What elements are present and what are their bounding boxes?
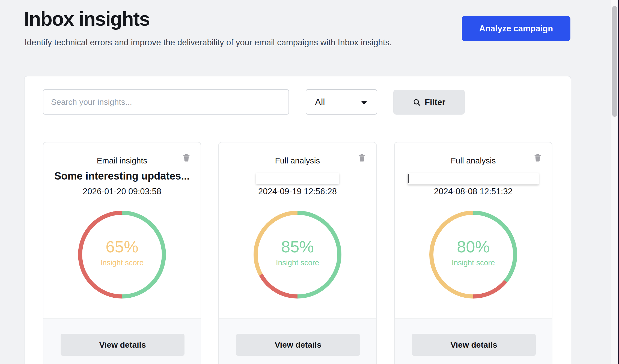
- filter-button[interactable]: Filter: [393, 90, 465, 115]
- analyze-campaign-button[interactable]: Analyze campaign: [462, 16, 570, 41]
- insight-score-value: 80%: [457, 237, 490, 256]
- filter-button-label: Filter: [425, 97, 445, 107]
- text-cursor: [408, 174, 409, 183]
- card-type-label: Email insights: [43, 156, 201, 165]
- trash-icon[interactable]: [358, 153, 366, 162]
- insight-score-donut: 85% Insight score: [254, 211, 341, 299]
- card-timestamp: 2026-01-20 09:03:58: [43, 187, 201, 196]
- card-footer: View details: [219, 318, 376, 364]
- insight-score-donut: 65% Insight score: [78, 211, 166, 299]
- card-title: Some interesting updates...: [43, 170, 201, 182]
- insight-score-value: 65%: [106, 237, 138, 256]
- insight-card: Full analysis 2024-08-08 12:51:32 80% In…: [394, 142, 552, 364]
- insight-score-label: Insight score: [452, 258, 495, 267]
- scrollbar[interactable]: [611, 0, 618, 364]
- insights-panel: All Filter Email insights Some interesti…: [24, 76, 571, 364]
- page-subtitle: Identify technical errors and improve th…: [25, 38, 392, 47]
- card-title-input[interactable]: [408, 173, 539, 184]
- search-input[interactable]: [43, 89, 289, 115]
- card-type-label: Full analysis: [219, 156, 376, 165]
- view-details-button[interactable]: View details: [236, 334, 360, 356]
- card-footer: View details: [43, 318, 201, 364]
- card-type-label: Full analysis: [395, 156, 552, 165]
- insight-card: Full analysis 2024-09-19 12:56:28 85% In…: [218, 142, 377, 364]
- search-icon: [413, 98, 421, 106]
- insights-toolbar: All Filter: [25, 76, 571, 128]
- scrollbar-thumb[interactable]: [612, 6, 617, 117]
- insight-score-value: 85%: [281, 237, 314, 256]
- view-details-button[interactable]: View details: [412, 334, 536, 356]
- card-timestamp: 2024-09-19 12:56:28: [219, 187, 376, 196]
- insight-score-label: Insight score: [276, 258, 319, 267]
- insight-card: Email insights Some interesting updates.…: [43, 142, 201, 364]
- insight-score-label: Insight score: [100, 258, 144, 267]
- page-title: Inbox insights: [24, 8, 150, 30]
- trash-icon[interactable]: [533, 153, 542, 162]
- card-title-input[interactable]: [256, 173, 339, 184]
- insight-score-donut: 80% Insight score: [429, 211, 517, 299]
- filter-dropdown[interactable]: All: [306, 89, 377, 115]
- filter-dropdown-value: All: [306, 97, 325, 107]
- card-timestamp: 2024-08-08 12:51:32: [395, 187, 552, 196]
- trash-icon[interactable]: [182, 153, 191, 162]
- card-footer: View details: [395, 318, 552, 364]
- view-details-button[interactable]: View details: [61, 334, 184, 356]
- chevron-down-icon: [361, 101, 367, 105]
